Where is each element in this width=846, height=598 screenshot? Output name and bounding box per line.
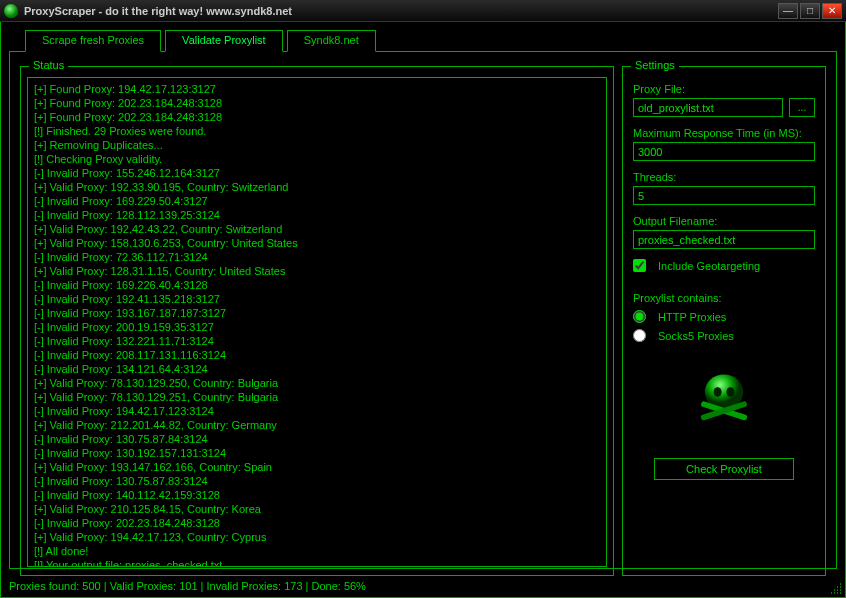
radio-http[interactable] — [633, 310, 646, 323]
log-line: [-] Invalid Proxy: 128.112.139.25:3124 — [34, 208, 600, 222]
svg-point-2 — [726, 387, 734, 397]
log-line: [+] Valid Proxy: 210.125.84.15, Country:… — [34, 502, 600, 516]
maximize-button[interactable]: □ — [800, 3, 820, 19]
tab-strip: Scrape fresh Proxies Validate Proxylist … — [25, 30, 380, 52]
log-line: [-] Invalid Proxy: 169.226.40.4:3128 — [34, 278, 600, 292]
proxylist-contains-label: Proxylist contains: — [633, 292, 815, 304]
status-legend: Status — [29, 59, 68, 71]
settings-legend: Settings — [631, 59, 679, 71]
log-line: [-] Invalid Proxy: 192.41.135.218:3127 — [34, 292, 600, 306]
log-line: [-] Invalid Proxy: 72.36.112.71:3124 — [34, 250, 600, 264]
radio-http-label: HTTP Proxies — [658, 311, 726, 323]
log-line: [+] Valid Proxy: 194.42.17.123, Country:… — [34, 530, 600, 544]
radio-socks5-label: Socks5 Proxies — [658, 330, 734, 342]
radio-socks5[interactable] — [633, 329, 646, 342]
settings-group: Settings Proxy File: ... Maximum Respons… — [622, 66, 826, 576]
log-line: [-] Invalid Proxy: 169.229.50.4:3127 — [34, 194, 600, 208]
tab-scrape[interactable]: Scrape fresh Proxies — [25, 30, 161, 52]
log-line: [-] Invalid Proxy: 130.75.87.84:3124 — [34, 432, 600, 446]
proxy-file-input[interactable] — [633, 98, 783, 117]
browse-button[interactable]: ... — [789, 98, 815, 117]
output-input[interactable] — [633, 230, 815, 249]
log-line: [-] Invalid Proxy: 130.192.157.131:3124 — [34, 446, 600, 460]
log-line: [+] Removing Duplicates... — [34, 138, 600, 152]
log-line: [+] Valid Proxy: 78.130.129.250, Country… — [34, 376, 600, 390]
log-line: [-] Invalid Proxy: 208.117.131.116:3124 — [34, 348, 600, 362]
log-line: [+] Valid Proxy: 193.147.162.166, Countr… — [34, 460, 600, 474]
output-label: Output Filename: — [633, 215, 815, 227]
log-line: [-] Invalid Proxy: 130.75.87.83:3124 — [34, 474, 600, 488]
log-line: [+] Valid Proxy: 192.33.90.195, Country:… — [34, 180, 600, 194]
log-line: [-] Invalid Proxy: 155.246.12.164:3127 — [34, 166, 600, 180]
log-line: [+] Valid Proxy: 212.201.44.82, Country:… — [34, 418, 600, 432]
tab-panel: Status [+] Found Proxy: 194.42.17.123:31… — [9, 51, 837, 569]
close-button[interactable]: ✕ — [822, 3, 842, 19]
skull-icon — [684, 360, 764, 440]
resize-grip-icon[interactable] — [829, 581, 843, 595]
geotarget-label: Include Geotargeting — [658, 260, 760, 272]
app-icon — [4, 4, 18, 18]
client-area: Scrape fresh Proxies Validate Proxylist … — [0, 22, 846, 598]
status-log[interactable]: [+] Found Proxy: 194.42.17.123:3127[+] F… — [27, 77, 607, 567]
log-line: [-] Invalid Proxy: 193.167.187.187:3127 — [34, 306, 600, 320]
threads-input[interactable] — [633, 186, 815, 205]
log-line: [+] Valid Proxy: 158.130.6.253, Country:… — [34, 236, 600, 250]
status-group: Status [+] Found Proxy: 194.42.17.123:31… — [20, 66, 614, 576]
log-line: [-] Invalid Proxy: 134.121.64.4:3124 — [34, 362, 600, 376]
svg-point-1 — [714, 387, 722, 397]
geotarget-checkbox[interactable] — [633, 259, 646, 272]
log-line: [-] Invalid Proxy: 132.221.11.71:3124 — [34, 334, 600, 348]
log-line: [-] Invalid Proxy: 200.19.159.35:3127 — [34, 320, 600, 334]
log-line: [+] Valid Proxy: 128.31.1.15, Country: U… — [34, 264, 600, 278]
settings-body: Proxy File: ... Maximum Response Time (i… — [633, 79, 815, 567]
log-line: [+] Found Proxy: 202.23.184.248:3128 — [34, 110, 600, 124]
log-line: [+] Valid Proxy: 78.130.129.251, Country… — [34, 390, 600, 404]
titlebar: ProxyScraper - do it the right way! www.… — [0, 0, 846, 22]
log-line: [+] Found Proxy: 202.23.184.248:3128 — [34, 96, 600, 110]
window-title: ProxyScraper - do it the right way! www.… — [24, 5, 776, 17]
max-response-input[interactable] — [633, 142, 815, 161]
proxy-file-label: Proxy File: — [633, 83, 815, 95]
log-line: [+] Found Proxy: 194.42.17.123:3127 — [34, 82, 600, 96]
check-proxylist-button[interactable]: Check Proxylist — [654, 458, 794, 480]
log-line: [!] All done! — [34, 544, 600, 558]
max-response-label: Maximum Response Time (in MS): — [633, 127, 815, 139]
log-line: [!] Checking Proxy validity. — [34, 152, 600, 166]
tab-validate[interactable]: Validate Proxylist — [165, 30, 283, 52]
log-line: [!] Your output file: proxies_checked.tx… — [34, 558, 600, 567]
log-line: [-] Invalid Proxy: 140.112.42.159:3128 — [34, 488, 600, 502]
log-line: [-] Invalid Proxy: 194.42.17.123:3124 — [34, 404, 600, 418]
threads-label: Threads: — [633, 171, 815, 183]
log-line: [!] Finished. 29 Proxies were found. — [34, 124, 600, 138]
statusbar: Proxies found: 500 | Valid Proxies: 101 … — [9, 576, 837, 596]
statusbar-text: Proxies found: 500 | Valid Proxies: 101 … — [9, 580, 366, 592]
log-line: [+] Valid Proxy: 192.42.43.22, Country: … — [34, 222, 600, 236]
tab-syndk8[interactable]: Syndk8.net — [287, 30, 376, 52]
log-line: [-] Invalid Proxy: 202.23.184.248:3128 — [34, 516, 600, 530]
minimize-button[interactable]: — — [778, 3, 798, 19]
